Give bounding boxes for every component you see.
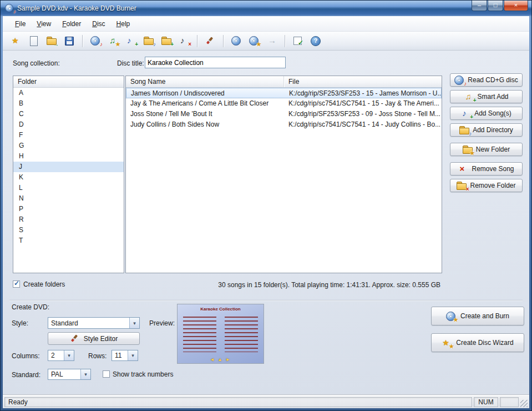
disc-wizard-icon: ★ — [249, 36, 259, 46]
cross-glyph: × — [459, 164, 464, 173]
button-label: Style Editor — [84, 335, 118, 343]
read-cdg-disc-button[interactable]: ♪ — [88, 33, 103, 49]
song-row-selected[interactable]: James Morrison / Undiscovered K:/cdg/rip… — [126, 88, 442, 98]
song-row[interactable]: Judy Collins / Both Sides Now K:/cdg/rip… — [126, 119, 442, 130]
folder-row[interactable]: L — [13, 183, 124, 193]
folder-row[interactable]: B — [13, 98, 124, 109]
folder-row[interactable]: S — [13, 225, 124, 235]
folder-row[interactable]: R — [13, 214, 124, 225]
columns-select[interactable]: 2 ▾ — [48, 350, 74, 361]
folder-row[interactable]: F — [13, 130, 124, 141]
maximize-button[interactable]: □ — [488, 1, 503, 11]
toolbar-separator — [223, 35, 224, 47]
folder-column-header[interactable]: Folder — [13, 76, 124, 87]
check-glyph: ✓ — [14, 279, 19, 287]
resize-grip[interactable] — [520, 400, 528, 407]
preview-title: Karaoke Collection — [178, 304, 264, 312]
open-file-button[interactable]: → — [44, 33, 59, 49]
folder-row[interactable]: N — [13, 193, 124, 204]
new-project-wizard-button[interactable]: ★ — [8, 33, 24, 49]
music-note-glyph: ♪ — [127, 36, 131, 45]
chevron-down-icon[interactable]: ▾ — [128, 350, 138, 360]
button-label: Add Directory — [473, 126, 513, 134]
chevron-down-icon[interactable]: ▾ — [64, 350, 74, 360]
menu-view[interactable]: View — [31, 18, 57, 30]
remove-folder-side-button[interactable]: × Remove Folder — [450, 179, 523, 192]
chevron-down-icon[interactable]: ▾ — [80, 369, 90, 379]
minimize-button[interactable]: – — [472, 1, 487, 11]
style-editor-button[interactable] — [202, 33, 218, 49]
folder-row[interactable]: T — [13, 235, 124, 246]
song-row[interactable]: Joss Stone / Tell Me 'Bout It K:/cdg/rip… — [126, 109, 442, 119]
menu-folder[interactable]: Folder — [57, 18, 87, 30]
create-disc-wizard-button[interactable]: ★ ★ Create Disc Wizard — [431, 333, 524, 352]
standard-select[interactable]: PAL ▾ — [48, 369, 91, 380]
cd-icon — [5, 4, 13, 12]
style-editor-side-button[interactable]: Style Editor — [48, 332, 140, 345]
help-button[interactable]: ? — [308, 33, 323, 49]
folder-row[interactable]: H — [13, 151, 124, 162]
song-name-column-header[interactable]: Song Name — [126, 76, 284, 87]
style-label: Style: — [12, 319, 28, 327]
file-column-header[interactable]: File — [284, 76, 442, 87]
remove-song-button[interactable]: ♪ × — [176, 33, 192, 49]
button-label: Remove Song — [472, 165, 514, 173]
save-icon — [64, 36, 74, 46]
add-directory-button[interactable]: ♪ — [141, 33, 156, 49]
disc-title-input[interactable] — [145, 57, 286, 68]
song-list-header: Song Name File — [126, 76, 442, 88]
create-and-burn-button[interactable] — [229, 33, 244, 49]
check-glyph: ✓ — [298, 39, 303, 46]
folder-row-selected[interactable]: J — [13, 162, 124, 172]
standard-selected-value: PAL — [48, 369, 80, 379]
chevron-down-icon[interactable]: ▾ — [129, 318, 139, 328]
create-and-burn-button[interactable]: ★ Create and Burn — [431, 307, 524, 325]
status-message-cell: Ready — [4, 397, 472, 407]
create-folders-checkbox[interactable]: ✓ — [13, 280, 20, 288]
toolbar-separator — [197, 35, 197, 47]
toolbar: ★ → ♪ ♫ ★ — [3, 32, 529, 51]
song-row[interactable]: Jay & The Americans / Come A Little Bit … — [126, 98, 442, 109]
columns-selected-value: 2 — [48, 350, 64, 360]
add-songs-side-button[interactable]: ♪ + Add Song(s) — [450, 107, 523, 120]
close-button[interactable]: × — [504, 1, 528, 11]
folder-row[interactable]: K — [13, 172, 124, 183]
create-dvd-section-label: Create DVD: — [12, 303, 49, 311]
menu-help[interactable]: Help — [111, 18, 136, 30]
music-note-glyph: ♪ — [180, 36, 185, 45]
folder-row[interactable]: P — [13, 204, 124, 214]
folder-list-header: Folder — [13, 76, 124, 88]
star-glyph: ★ — [453, 317, 458, 323]
new-folder-button[interactable]: + — [159, 33, 174, 49]
music-note-glyph: ♪ — [469, 131, 472, 137]
check-disc-button[interactable]: ✓ — [290, 33, 306, 49]
style-select[interactable]: Standard ▾ — [48, 317, 140, 329]
folder-row[interactable]: A — [13, 88, 124, 98]
smart-add-button[interactable]: ♫ ★ — [105, 33, 121, 49]
menu-disc[interactable]: Disc — [87, 18, 110, 30]
folder-row[interactable]: D — [13, 119, 124, 130]
save-button[interactable] — [62, 33, 77, 49]
add-directory-side-button[interactable]: ♪ Add Directory — [450, 123, 523, 137]
menu-file[interactable]: File — [9, 18, 31, 30]
folder-music-icon: ♪ — [144, 36, 154, 46]
read-cdg-disc-side-button[interactable]: ♪ Read CD+G disc — [450, 73, 523, 87]
folder-row[interactable]: G — [13, 141, 124, 151]
button-label: Create Disc Wizard — [456, 339, 513, 347]
titlebar[interactable]: ♪ Sample DVD.kdv - Karaoke DVD Burner – … — [1, 1, 531, 16]
button-label: Smart Add — [477, 93, 508, 101]
new-folder-side-button[interactable]: ★ New Folder — [450, 143, 523, 156]
new-document-button[interactable] — [26, 33, 42, 49]
add-songs-button[interactable]: ♪ + — [123, 33, 139, 49]
song-name-cell: Jay & The Americans / Come A Little Bit … — [126, 98, 284, 109]
show-track-numbers-checkbox[interactable] — [103, 370, 110, 378]
rows-label: Rows: — [88, 352, 107, 360]
remove-song-side-button[interactable]: × Remove Song — [450, 162, 523, 176]
rows-select[interactable]: 11 ▾ — [112, 350, 138, 361]
folder-row[interactable]: C — [13, 109, 124, 119]
window-title: Sample DVD.kdv - Karaoke DVD Burner — [17, 4, 136, 12]
star-glyph: ★ — [470, 151, 475, 156]
smart-add-side-button[interactable]: ♫ + Smart Add — [450, 90, 523, 103]
create-disc-wizard-button[interactable]: ★ — [246, 33, 262, 49]
cdg-disc-icon: ♪ — [454, 76, 464, 85]
